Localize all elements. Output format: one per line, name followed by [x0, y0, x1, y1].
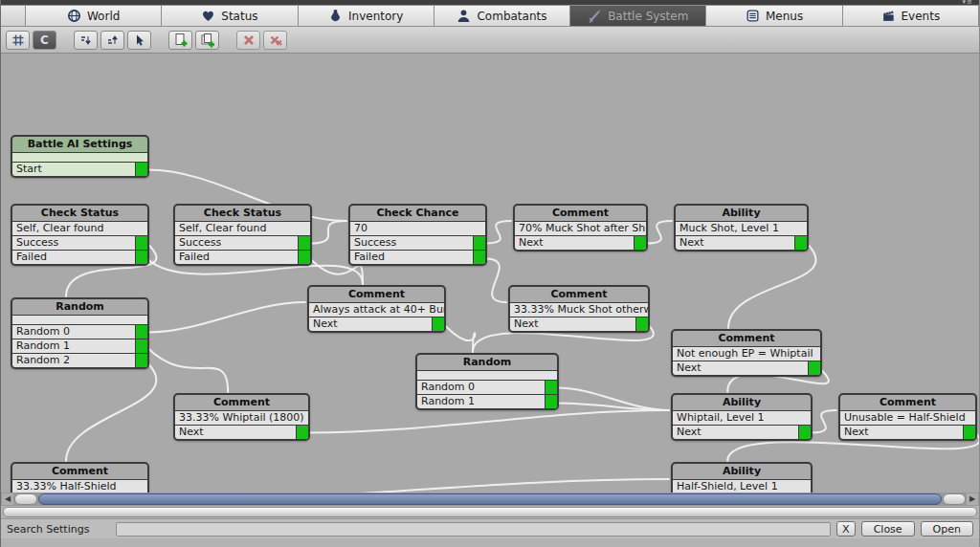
open-button[interactable]: Open	[921, 521, 973, 536]
output-slot-green[interactable]	[432, 317, 444, 331]
node-ability[interactable]: AbilityHalf-Shield, Level 1Next	[671, 462, 813, 492]
node-row: 33.33% Muck Shot otherwise	[510, 302, 648, 317]
node-row: 70% Muck Shot after Shield	[515, 221, 646, 235]
copy-node-icon	[200, 33, 215, 48]
align-nodes-vertical-button[interactable]	[100, 31, 124, 50]
tab-label: Menus	[766, 10, 803, 23]
scroll-right-icon[interactable]: ▶	[967, 493, 978, 505]
output-slot-green[interactable]	[135, 251, 147, 264]
select-mode-button[interactable]	[127, 31, 151, 50]
horizontal-scrollbar[interactable]: ◀ ▶	[1, 492, 979, 506]
clear-search-button[interactable]: X	[836, 521, 856, 536]
node-title: Comment	[175, 395, 308, 410]
scroll-track-right[interactable]	[943, 493, 966, 505]
node-row: Half-Shield, Level 1	[673, 479, 811, 492]
tab-menus[interactable]: Menus	[706, 5, 842, 27]
node-random[interactable]: RandomRandom 0Random 1Random 2	[11, 297, 149, 369]
node-title: Comment	[515, 206, 646, 221]
tab-events[interactable]: Events	[843, 5, 979, 27]
scroll-track-left[interactable]	[14, 493, 37, 505]
node-row: 33.33% Half-Shield	[12, 479, 147, 492]
node-row-label: Unusable = Half-Shield	[844, 411, 966, 424]
node-comment[interactable]: Comment70% Muck Shot after ShieldNext	[513, 204, 648, 252]
node-row-label: Failed	[16, 251, 47, 263]
add-node-button[interactable]	[168, 31, 192, 50]
output-slot-green[interactable]	[135, 163, 147, 176]
search-settings-bar: Search Settings X Close Open	[1, 518, 979, 538]
search-input[interactable]	[116, 522, 831, 536]
node-comment[interactable]: CommentAlways attack at 40+ BurstNext	[307, 285, 446, 333]
output-slot-green[interactable]	[963, 426, 975, 439]
connection-curve	[811, 410, 836, 433]
tab-battle-system[interactable]: Battle System	[570, 5, 706, 27]
node-comment[interactable]: Comment33.33% Half-ShieldNext	[11, 462, 149, 492]
section-tabbar: WorldStatusInventoryCombatantsBattle Sys…	[1, 5, 979, 27]
node-battle-ai-settings[interactable]: Battle AI SettingsStart	[11, 135, 149, 178]
node-row-label: Next	[844, 426, 869, 438]
node-row-label: Self, Clear found	[16, 222, 103, 234]
output-slot-green[interactable]	[135, 339, 147, 353]
toggle-grid-button[interactable]	[6, 31, 30, 50]
node-check-status[interactable]: Check StatusSelf, Clear foundSuccessFail…	[173, 204, 312, 266]
panel-menu-icon[interactable]: ▾≡	[963, 0, 973, 5]
output-slot-green[interactable]	[473, 251, 485, 264]
close-button[interactable]: Close	[861, 521, 915, 536]
align-nodes-horizontal-button[interactable]	[74, 31, 98, 50]
node-check-status[interactable]: Check StatusSelf, Clear foundSuccessFail…	[11, 204, 149, 266]
output-slot-green[interactable]	[798, 426, 811, 439]
tab-inventory[interactable]: Inventory	[299, 5, 434, 27]
output-slot-green[interactable]	[135, 354, 147, 367]
node-graph-canvas[interactable]: Battle AI SettingsStartCheck StatusSelf,…	[1, 54, 979, 492]
output-slot-green[interactable]	[135, 236, 147, 250]
node-row-label: Half-Shield, Level 1	[677, 480, 778, 492]
search-settings-label: Search Settings	[7, 523, 110, 536]
connection-mode-button[interactable]: C	[33, 31, 56, 50]
tab-combatants[interactable]: Combatants	[434, 5, 570, 27]
output-slot-green[interactable]	[545, 395, 557, 408]
node-ability[interactable]: AbilityWhiptail, Level 1Next	[671, 393, 813, 441]
scroll-thumb[interactable]	[38, 493, 942, 505]
node-title: Ability	[676, 206, 807, 221]
delete-all-nodes-button[interactable]	[263, 31, 287, 50]
output-slot-green[interactable]	[135, 325, 147, 339]
node-row-label: 70	[354, 222, 368, 234]
node-comment[interactable]: CommentUnusable = Half-ShieldNext	[838, 393, 977, 441]
node-row: Unusable = Half-Shield	[840, 410, 975, 425]
title-strip: ▾≡	[1, 0, 979, 5]
node-row: 70	[350, 221, 485, 235]
node-row-label: Failed	[354, 251, 385, 263]
output-slot-green[interactable]	[298, 236, 310, 250]
node-row-label: Next	[514, 317, 539, 330]
output-slot-green[interactable]	[296, 426, 308, 439]
output-slot-green[interactable]	[473, 236, 485, 250]
connection-curve	[485, 259, 506, 303]
toolbar-group	[236, 31, 287, 50]
output-slot-green[interactable]	[635, 317, 648, 331]
output-slot-green[interactable]	[634, 236, 646, 250]
tab-world[interactable]: World	[26, 5, 162, 27]
copy-node-button[interactable]	[195, 31, 219, 50]
node-row: Failed	[175, 250, 310, 264]
node-row: Failed	[12, 250, 147, 264]
node-check-chance[interactable]: Check Chance70SuccessFailed	[348, 204, 487, 266]
delete-node-button[interactable]	[236, 31, 260, 50]
node-comment[interactable]: Comment33.33% Muck Shot otherwiseNext	[508, 285, 650, 333]
node-row: Next	[676, 235, 807, 250]
node-row: Random 0	[12, 324, 147, 339]
node-row-label: Next	[677, 426, 702, 438]
globe-icon	[67, 9, 81, 23]
output-slot-green[interactable]	[794, 236, 807, 250]
node-ability[interactable]: AbilityMuck Shot, Level 1Next	[674, 204, 809, 252]
output-slot-green[interactable]	[808, 361, 820, 375]
node-comment[interactable]: CommentNot enough EP = WhiptailNext	[671, 329, 822, 377]
node-row-label: Random 0	[421, 381, 475, 393]
tab-status[interactable]: Status	[162, 5, 298, 27]
splitter-bar[interactable]	[3, 507, 977, 517]
scroll-left-icon[interactable]: ◀	[2, 493, 13, 505]
node-row: 33.33% Whiptail (1800)	[175, 410, 308, 425]
node-comment[interactable]: Comment33.33% Whiptail (1800)Next	[173, 393, 310, 441]
output-slot-green[interactable]	[298, 251, 310, 264]
node-random[interactable]: RandomRandom 0Random 1	[415, 353, 559, 410]
align-vertical-icon	[106, 33, 120, 47]
output-slot-green[interactable]	[545, 381, 557, 394]
